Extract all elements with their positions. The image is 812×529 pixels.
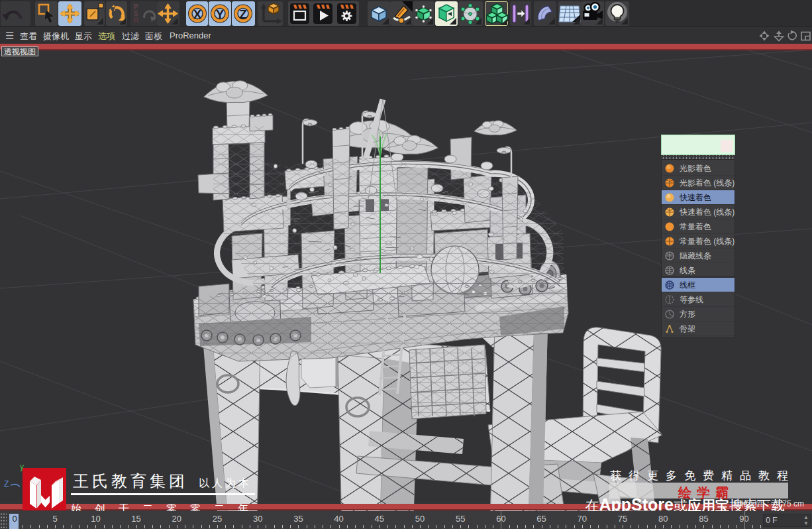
svg-text:Z: Z [240,8,247,21]
svg-text:X: X [193,8,201,21]
svg-text:Y: Y [216,8,224,21]
svg-text:R: R [134,17,139,24]
svg-text:Z: Z [4,479,9,489]
